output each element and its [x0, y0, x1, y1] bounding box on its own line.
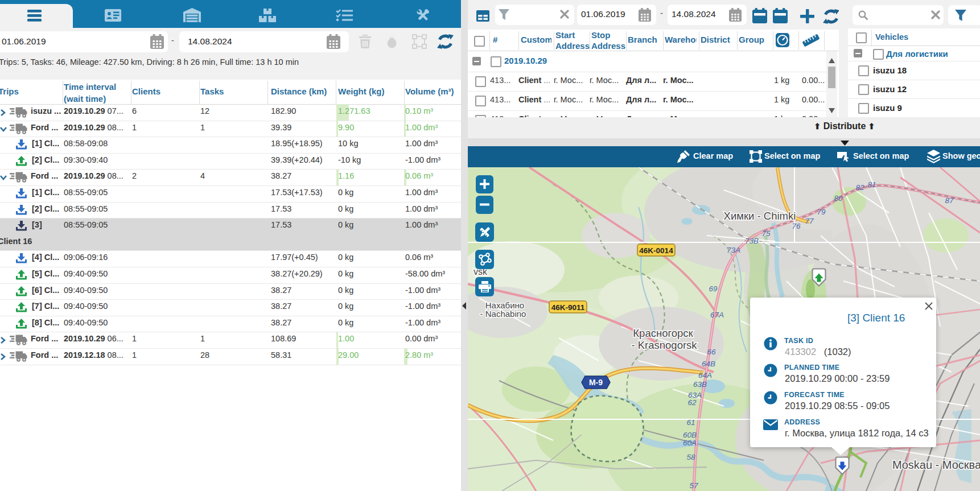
svg-text:79: 79: [817, 208, 826, 216]
svg-text:- Krasnogorsk: - Krasnogorsk: [631, 339, 697, 351]
svg-text:64A: 64A: [698, 371, 712, 379]
svg-text:60B: 60B: [683, 431, 697, 439]
svg-text:57: 57: [689, 481, 698, 490]
svg-text:64B: 64B: [702, 360, 715, 368]
svg-text:61: 61: [686, 418, 695, 427]
svg-text:80: 80: [834, 194, 843, 203]
svg-text:63B: 63B: [693, 380, 707, 389]
svg-text:76: 76: [792, 222, 801, 230]
svg-text:67A: 67A: [710, 311, 724, 319]
svg-text:82: 82: [855, 183, 864, 192]
svg-text:M-9: M-9: [589, 378, 603, 387]
svg-text:73B: 73B: [745, 237, 759, 245]
svg-text:66: 66: [707, 348, 716, 356]
svg-text:46K-0014: 46K-0014: [639, 246, 673, 255]
svg-text:62: 62: [687, 398, 697, 407]
svg-text:Химки - Chimki: Химки - Chimki: [724, 210, 796, 222]
svg-text:Красногорск: Красногорск: [633, 327, 693, 339]
svg-text:Moskau - Москва: Moskau - Москва: [892, 459, 980, 471]
svg-text:60A: 60A: [683, 439, 697, 447]
svg-text:75: 75: [761, 229, 771, 238]
svg-text:81: 81: [867, 180, 876, 189]
svg-text:- Nachabino: - Nachabino: [480, 309, 526, 319]
svg-text:77: 77: [805, 217, 814, 225]
svg-text:73A: 73A: [727, 246, 740, 254]
svg-text:46K-9011: 46K-9011: [551, 303, 585, 312]
svg-text:69: 69: [709, 284, 718, 293]
svg-text:87: 87: [945, 196, 954, 205]
svg-text:58: 58: [686, 453, 695, 461]
